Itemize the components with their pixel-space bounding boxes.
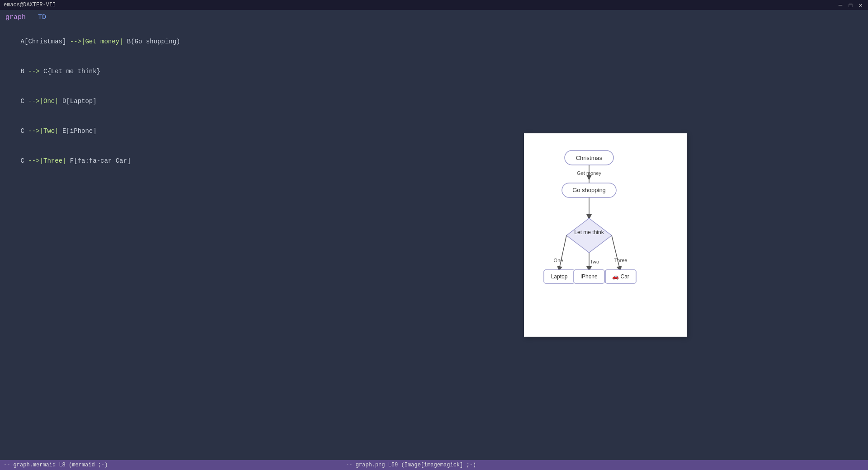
code-text-1: A[Christmas] -->|Get money| B(Go shoppin… <box>21 38 180 45</box>
svg-line-8 <box>612 235 620 269</box>
flowchart-svg: Christmas Get money Go shopping Let me t… <box>542 147 669 323</box>
code-line-3: C -->|One| D[Laptop] <box>5 86 337 116</box>
titlebar: emacs@DAXTER-VII — ❐ ✕ <box>0 0 868 10</box>
code-line-5: C -->|Three| F[fa:fa-car Car] <box>5 146 337 176</box>
minimize-button[interactable]: — <box>837 1 844 9</box>
get-money-edge-label: Get money <box>577 170 601 176</box>
titlebar-title: emacs@DAXTER-VII <box>4 2 56 8</box>
diagram-container: Christmas Get money Go shopping Let me t… <box>524 133 687 337</box>
close-button[interactable]: ✕ <box>857 1 864 9</box>
diagram-pane: Christmas Get money Go shopping Let me t… <box>342 10 868 460</box>
statusbar-right: -- graph.png L59 (Image[imagemagick] ;-) <box>342 460 868 470</box>
graph-keyword: graph <box>5 14 26 21</box>
code-line-2: B --> C{Let me think} <box>5 56 337 86</box>
laptop-label: Laptop <box>551 273 567 280</box>
code-text-5: C -->|Three| F[fa:fa-car Car] <box>21 157 131 164</box>
editor-pane: graph TD A[Christmas] -->|Get money| B(G… <box>0 10 342 460</box>
let-me-think-label: Let me think <box>574 229 604 235</box>
code-text-4: C -->|Two| E[iPhone] <box>21 127 97 135</box>
one-edge-label: One <box>553 258 563 263</box>
statusbar-right-text: -- graph.png L59 (Image[imagemagick] ;-) <box>346 462 476 468</box>
editor-header: graph TD <box>5 14 337 21</box>
christmas-label: Christmas <box>576 155 602 161</box>
titlebar-controls: — ❐ ✕ <box>837 1 864 9</box>
svg-marker-5 <box>566 218 612 253</box>
code-line-1: A[Christmas] -->|Get money| B(Go shoppin… <box>5 27 337 56</box>
svg-line-6 <box>559 235 566 269</box>
car-label: 🚗 Car <box>612 273 629 280</box>
code-text-2: B --> C{Let me think} <box>21 68 100 75</box>
iphone-label: iPhone <box>580 273 598 280</box>
code-text-3: C -->|One| D[Laptop] <box>21 98 97 105</box>
two-edge-label: Two <box>590 259 599 264</box>
statusbar-left: -- graph.mermaid L8 (mermaid ;-) <box>0 460 342 470</box>
restore-button[interactable]: ❐ <box>847 1 854 9</box>
three-edge-label: Three <box>614 258 627 263</box>
go-shopping-label: Go shopping <box>572 187 606 193</box>
statusbar-left-text: -- graph.mermaid L8 (mermaid ;-) <box>4 462 108 468</box>
code-line-4: C -->|Two| E[iPhone] <box>5 116 337 146</box>
graph-direction: TD <box>38 14 46 21</box>
